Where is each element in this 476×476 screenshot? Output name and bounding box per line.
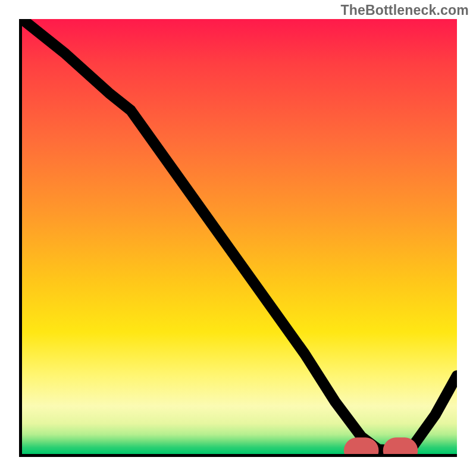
chart-container: TheBottleneck.com bbox=[0, 0, 476, 476]
watermark-text: TheBottleneck.com bbox=[340, 2, 469, 18]
bottleneck-curve-path bbox=[22, 19, 457, 450]
plot-area bbox=[19, 19, 457, 457]
chart-svg bbox=[22, 19, 457, 454]
